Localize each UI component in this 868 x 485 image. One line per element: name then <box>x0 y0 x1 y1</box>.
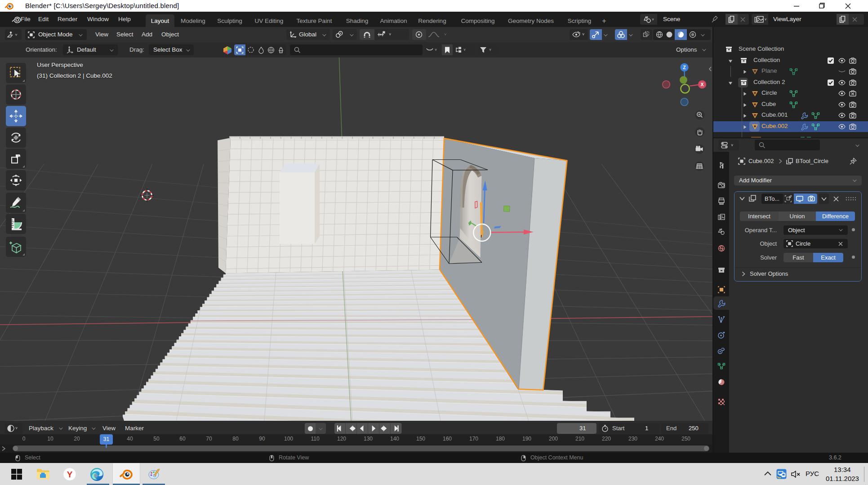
svg-text:Z: Z <box>683 65 686 70</box>
svg-text:Y: Y <box>67 470 73 479</box>
svg-text:X: X <box>700 82 703 87</box>
